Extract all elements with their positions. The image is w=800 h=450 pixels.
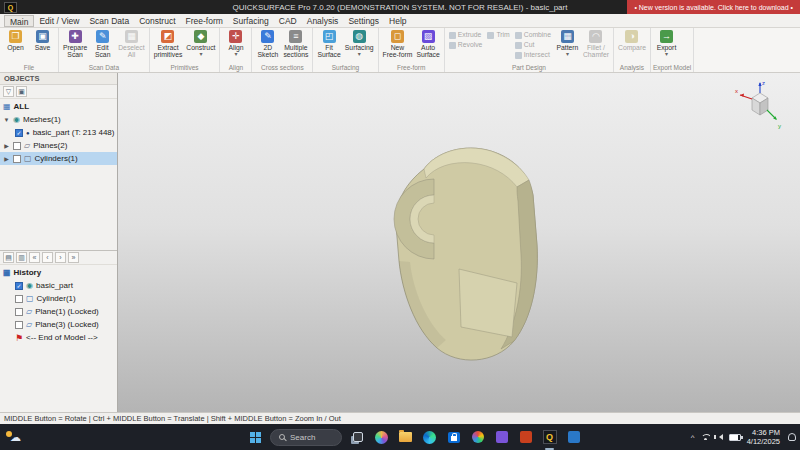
notification-bell-icon[interactable] [788, 433, 796, 441]
menu-analysis[interactable]: Analysis [302, 15, 344, 27]
history-basic-part-checkbox[interactable]: ✓ [15, 282, 23, 290]
update-banner[interactable]: • New version is available. Click here t… [627, 0, 800, 14]
history-list-view-icon[interactable]: ▤ [3, 252, 14, 263]
trim-label: Trim [496, 31, 509, 39]
revolve-button[interactable]: Revolve [449, 41, 483, 49]
deselect-all-button[interactable]: ▦ Deselect All [116, 29, 146, 59]
ribbon-caption-analysis: Analysis [616, 63, 648, 72]
surfacing-dropdown-icon[interactable]: ▾ [358, 51, 361, 57]
prepare-scan-label: Prepare Scan [63, 44, 87, 59]
store-button[interactable] [445, 429, 462, 446]
copilot-button[interactable] [373, 429, 390, 446]
pinned-app-blue-button[interactable] [565, 429, 582, 446]
planes-expand-icon[interactable]: ▶ [3, 142, 10, 149]
history-cylinder-checkbox[interactable] [15, 295, 23, 303]
construct-dropdown-icon[interactable]: ▾ [199, 51, 202, 57]
file-explorer-button[interactable] [397, 429, 414, 446]
combine-button[interactable]: Combine [515, 31, 551, 39]
extrude-button[interactable]: Extrude [449, 31, 483, 39]
photos-button[interactable] [469, 429, 486, 446]
tree-item-all[interactable]: ▦ ALL [0, 100, 117, 113]
auto-surface-button[interactable]: ▨ Auto Surface [414, 29, 441, 59]
menu-free-form[interactable]: Free-form [181, 15, 228, 27]
multiple-sections-button[interactable]: ≡ Multiple sections [281, 29, 310, 59]
history-item-plane3[interactable]: ▱ Plane(3) (Locked) [0, 318, 117, 331]
align-dropdown-icon[interactable]: ▾ [234, 51, 237, 57]
history-plane3-checkbox[interactable] [15, 321, 23, 329]
2d-sketch-button[interactable]: ✎ 2D Sketch [254, 29, 281, 59]
wifi-icon[interactable] [701, 434, 710, 440]
fillet-chamfer-button[interactable]: ◠ Fillet / Chamfer [581, 29, 611, 59]
history-last-icon[interactable]: » [68, 252, 79, 263]
history-next-icon[interactable]: › [55, 252, 66, 263]
pattern-button[interactable]: ▦ Pattern ▾ [554, 29, 581, 57]
menu-scan-data[interactable]: Scan Data [84, 15, 134, 27]
filter-icon[interactable]: ▽ [3, 86, 14, 97]
x-axis-arrow-icon [740, 94, 744, 97]
export-dropdown-icon[interactable]: ▾ [665, 51, 668, 57]
menu-edit-view[interactable]: Edit / View [34, 15, 84, 27]
start-button[interactable] [250, 432, 255, 437]
menu-construct[interactable]: Construct [134, 15, 180, 27]
cylinders-expand-icon[interactable]: ▶ [3, 155, 10, 162]
planes-checkbox[interactable] [13, 142, 21, 150]
pattern-dropdown-icon[interactable]: ▾ [566, 51, 569, 57]
tree-item-cylinders[interactable]: ▶ ▢ Cylinders(1) [0, 152, 117, 165]
task-view-button[interactable] [349, 429, 366, 446]
trim-button[interactable]: Trim [487, 31, 509, 39]
history-prev-icon[interactable]: ‹ [42, 252, 53, 263]
view-orientation-widget[interactable]: x z y [732, 78, 788, 134]
menu-settings[interactable]: Settings [343, 15, 384, 27]
basic-part-checkbox[interactable]: ✓ [15, 129, 23, 137]
tree-item-planes[interactable]: ▶ ▱ Planes(2) [0, 139, 117, 152]
intersect-button[interactable]: Intersect [515, 51, 551, 59]
tree-item-meshes[interactable]: ▼ ◉ Meshes(1) [0, 113, 117, 126]
save-button[interactable]: ▣ Save [29, 29, 56, 51]
hidden-icons-chevron-icon[interactable]: ^ [691, 433, 695, 442]
model-3d[interactable] [118, 73, 800, 412]
tree-item-basic-part[interactable]: ✓ ● basic_part (T: 213 448) [0, 126, 117, 139]
fit-surface-button[interactable]: ◰ Fit Surface [315, 29, 342, 59]
taskbar-search[interactable]: Search [270, 429, 342, 446]
edge-icon [423, 431, 436, 444]
compare-button[interactable]: ◑ Compare [616, 29, 648, 51]
prepare-scan-button[interactable]: ✚ Prepare Scan [61, 29, 89, 59]
history-root-item[interactable]: ▦ History [0, 266, 117, 279]
history-item-plane1[interactable]: ▱ Plane(1) (Locked) [0, 305, 117, 318]
history-item-basic-part[interactable]: ✓ ◉ basic_part [0, 279, 117, 292]
volume-icon[interactable] [716, 434, 723, 440]
history-first-icon[interactable]: « [29, 252, 40, 263]
viewport-3d[interactable]: x z y [118, 73, 800, 412]
pinned-app-purple-icon [496, 431, 508, 443]
construct-button[interactable]: ◆ Construct ▾ [184, 29, 217, 57]
edge-button[interactable] [421, 429, 438, 446]
menu-cad[interactable]: CAD [274, 15, 302, 27]
new-free-form-button[interactable]: ◻ New Free-form [381, 29, 415, 59]
edit-scan-button[interactable]: ✎ Edit Scan [89, 29, 116, 59]
quicksurface-taskbar-button[interactable]: Q [541, 429, 558, 446]
menu-help[interactable]: Help [384, 15, 411, 27]
widgets-button[interactable]: ☁ [6, 424, 21, 450]
menu-main[interactable]: Main [4, 15, 34, 27]
taskbar-clock[interactable]: 4:36 PM 4/12/2025 [747, 428, 780, 446]
open-button[interactable]: ❐ Open [2, 29, 29, 51]
pinned-app-purple-button[interactable] [493, 429, 510, 446]
cut-button[interactable]: Cut [515, 41, 551, 49]
extract-primitives-button[interactable]: ◩ Extract primitives [152, 29, 185, 59]
surfacing-button[interactable]: ◍ Surfacing ▾ [343, 29, 376, 57]
show-all-icon[interactable]: ▣ [16, 86, 27, 97]
history-item-cylinder[interactable]: ▢ Cylinder(1) [0, 292, 117, 305]
battery-icon[interactable] [729, 434, 741, 441]
history-plane1-checkbox[interactable] [15, 308, 23, 316]
menu-surfacing[interactable]: Surfacing [228, 15, 274, 27]
pinned-app-red-button[interactable] [517, 429, 534, 446]
cylinders-checkbox[interactable] [13, 155, 21, 163]
history-tree: ▦ History ✓ ◉ basic_part ▢ Cylinder(1) [0, 265, 117, 344]
export-button[interactable]: → Export ▾ [653, 29, 680, 57]
align-button[interactable]: ✛ Align ▾ [222, 29, 249, 57]
history-detail-view-icon[interactable]: ▥ [16, 252, 27, 263]
statusbar: MIDDLE Button = Rotate | Ctrl + MIDDLE B… [0, 412, 800, 424]
history-end-of-model[interactable]: ⚑ <-- End of Model --> [0, 331, 117, 344]
construct-icon: ◆ [194, 30, 207, 43]
meshes-expand-icon[interactable]: ▼ [3, 117, 10, 123]
